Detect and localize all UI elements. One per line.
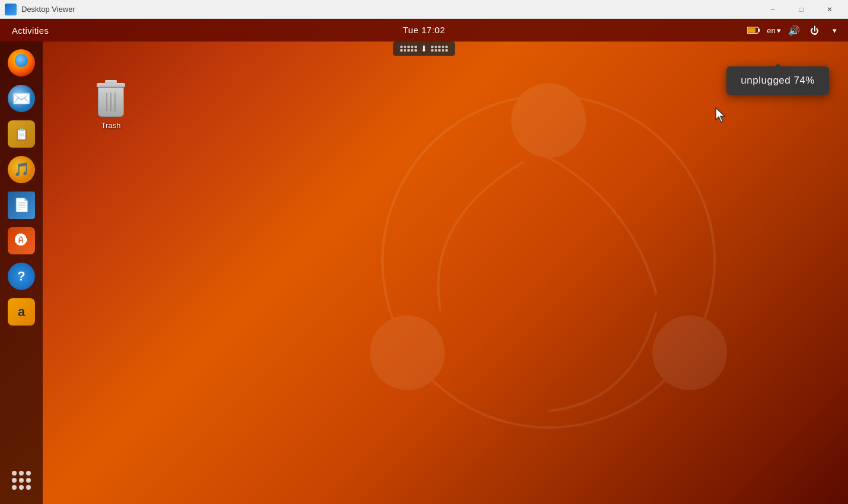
dock-item-thunderbird[interactable]: ✉️ (5, 82, 38, 115)
dock-item-firefox[interactable] (5, 46, 38, 79)
titlebar-left: Desktop Viewer (5, 4, 75, 15)
maximize-button[interactable]: □ (788, 0, 815, 19)
dock-item-writer[interactable]: 📄 (5, 189, 38, 222)
battery-indicator[interactable] (745, 21, 763, 39)
trash-label: Trash (101, 121, 121, 130)
dock-item-appstore[interactable]: 🅐 (5, 224, 38, 257)
titlebar-title: Desktop Viewer (21, 5, 75, 14)
sound-icon: 🔊 (788, 25, 800, 36)
trash-body (98, 87, 124, 117)
trash-icon-graphic (95, 83, 126, 119)
dock-item-rhythmbox[interactable]: 🎵 (5, 153, 38, 186)
rhythmbox-icon: 🎵 (8, 156, 35, 183)
screenshot-icon: 📋 (8, 120, 35, 148)
trash-line-1 (106, 92, 107, 111)
appgrid-icon (8, 467, 35, 494)
panel-center: Tue 17:02 (403, 25, 445, 36)
help-icon: ? (8, 263, 35, 290)
system-menu-button[interactable]: ▾ (825, 21, 843, 39)
firefox-icon (8, 49, 35, 76)
dock-item-appgrid[interactable] (5, 464, 38, 497)
activities-button[interactable]: Activities (7, 23, 53, 38)
svg-rect-6 (748, 28, 755, 33)
trash-line-2 (110, 92, 111, 111)
battery-icon (747, 26, 760, 34)
trash-line-3 (114, 92, 116, 111)
thunderbird-icon: ✉️ (8, 85, 35, 112)
language-button: en ▾ (764, 25, 783, 36)
dock-item-help[interactable]: ? (5, 260, 38, 293)
dock: ✉️ 📋 🎵 📄 🅐 ? a (0, 42, 43, 504)
writer-icon: 📄 (8, 192, 35, 219)
minimize-button[interactable]: − (759, 0, 786, 19)
ubuntu-desktop: Activities Tue 17:02 en ▾ (0, 19, 848, 504)
dock-item-amazon[interactable]: a (5, 295, 38, 328)
svg-rect-5 (758, 28, 760, 31)
panel-left: Activities (0, 23, 53, 38)
trash-lid (97, 83, 125, 87)
desktop-area: Trash (43, 42, 848, 504)
close-button[interactable]: ✕ (816, 0, 843, 19)
panel-right: en ▾ 🔊 ⏻ ▾ (745, 21, 848, 39)
gnome-panel: Activities Tue 17:02 en ▾ (0, 19, 848, 42)
clock: Tue 17:02 (403, 25, 445, 35)
app-icon (5, 4, 17, 15)
chevron-down-icon: ▾ (833, 26, 837, 35)
sound-button[interactable]: 🔊 (785, 21, 803, 39)
battery-tooltip: unplugged 74% (726, 66, 829, 95)
power-icon: ⏻ (810, 25, 819, 36)
battery-tooltip-text: unplugged 74% (741, 75, 815, 86)
dock-item-screenshot[interactable]: 📋 (5, 117, 38, 151)
appstore-icon: 🅐 (8, 227, 35, 254)
power-button[interactable]: ⏻ (805, 21, 823, 39)
trash-desktop-icon[interactable]: Trash (87, 83, 135, 130)
amazon-icon: a (8, 298, 35, 326)
titlebar-controls: − □ ✕ (759, 0, 843, 19)
language-selector[interactable]: en ▾ (765, 21, 783, 39)
windows-titlebar: Desktop Viewer − □ ✕ (0, 0, 848, 19)
